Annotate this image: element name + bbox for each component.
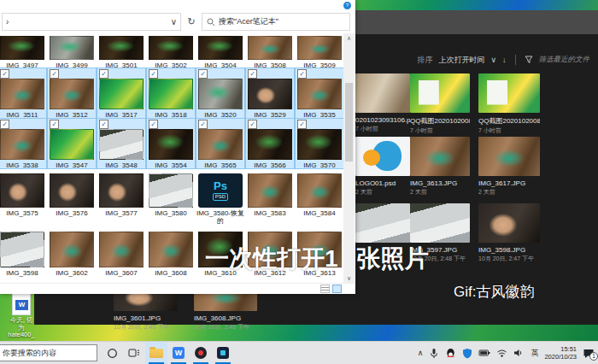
app4-button[interactable]	[212, 342, 234, 364]
file-item[interactable]: IMG_3509	[295, 34, 343, 69]
file-item[interactable]: IMG_3598	[0, 225, 47, 277]
search-box[interactable]: 搜索"Acer笔记本"	[202, 13, 350, 31]
photo-sub-label: 2 天前	[410, 188, 470, 197]
item-checkbox[interactable]: ✓	[149, 120, 158, 129]
file-item[interactable]: IMG_3580	[146, 168, 196, 225]
file-item[interactable]: ✓IMG_3548	[97, 118, 146, 169]
filter-icon[interactable]	[525, 56, 533, 64]
task-view-button[interactable]	[123, 342, 145, 364]
item-checkbox[interactable]: ✓	[99, 120, 108, 129]
file-item[interactable]: IMG_3607	[97, 225, 146, 277]
item-checkbox[interactable]: ✓	[99, 69, 108, 79]
network-icon[interactable]	[496, 348, 507, 358]
file-item[interactable]: PsPSDIMG_3580-恢复的	[196, 168, 245, 225]
scrollbar-thumb[interactable]	[345, 83, 353, 161]
tray-expand-icon[interactable]: ∧	[418, 349, 424, 357]
file-thumbnail	[297, 79, 342, 109]
file-item[interactable]: ✓IMG_3535	[295, 68, 343, 119]
wps-button[interactable]: W	[167, 342, 190, 364]
sort-dropdown-icon[interactable]: ∨	[490, 56, 496, 64]
file-item[interactable]: IMG_3497	[0, 34, 47, 69]
item-checkbox[interactable]: ✓	[248, 69, 257, 79]
item-checkbox[interactable]: ✓	[50, 69, 59, 79]
file-item[interactable]: IMG_3576	[47, 168, 97, 225]
desktop-doc-icon[interactable]: W 今天, 切为 hate400_	[7, 293, 36, 339]
photo-thumbnail	[355, 137, 410, 176]
address-bar[interactable]: › ∨	[2, 13, 181, 31]
file-item[interactable]: ✓IMG_3554	[146, 118, 196, 169]
refresh-button[interactable]: ↻	[185, 13, 198, 31]
speaker-icon[interactable]	[513, 348, 525, 358]
file-item[interactable]: ✓IMG_3565	[196, 118, 245, 169]
sort-value[interactable]: 上次打开时间	[438, 55, 484, 66]
clock[interactable]: 15:51 2020/10/23	[544, 345, 577, 361]
file-item[interactable]: ✓IMG_3566	[245, 118, 295, 169]
item-checkbox[interactable]: ✓	[297, 120, 307, 129]
notification-center-icon[interactable]: 1	[583, 348, 595, 359]
file-label: IMG_3598	[0, 269, 47, 277]
address-dropdown-icon[interactable]: ∨	[171, 17, 177, 26]
file-item[interactable]: ✓IMG_3570	[295, 118, 343, 169]
file-item[interactable]: IMG_3584	[295, 168, 343, 225]
photo-item[interactable]: IMG_3598.JPG10月 20日, 2:47 下午	[478, 203, 540, 263]
file-item[interactable]: ✓IMG_3547	[47, 118, 97, 169]
item-checkbox[interactable]: ✓	[149, 69, 158, 79]
photo-item[interactable]: IMG_3613.JPG2 天前	[410, 137, 470, 197]
file-item[interactable]: IMG_3502	[146, 34, 196, 69]
file-item[interactable]: ✓IMG_3517	[97, 68, 146, 119]
photo-item[interactable]: QQ截图20201020085055..7 小时前	[410, 73, 470, 135]
help-icon[interactable]: ?	[343, 2, 351, 9]
file-item[interactable]: IMG_3583	[245, 168, 295, 225]
file-item[interactable]: IMG_3575	[0, 168, 47, 225]
item-checkbox[interactable]: ✓	[198, 120, 208, 129]
item-checkbox[interactable]: ✓	[0, 120, 9, 129]
file-item[interactable]: ✓IMG_3520	[196, 68, 245, 119]
file-item[interactable]: ✓IMG_3538	[0, 118, 47, 169]
battery-icon[interactable]	[478, 348, 490, 358]
file-item[interactable]: ✓IMG_3518	[146, 68, 196, 119]
input-language-indicator[interactable]: 英	[531, 348, 538, 359]
photoshop-ps-icon: Ps	[214, 180, 227, 191]
photo-item[interactable]: 0201023093106.p..7 小时前	[355, 73, 410, 133]
cortana-button[interactable]	[101, 342, 123, 364]
photo-item[interactable]: IMG_3617.JPG2 天前	[478, 137, 540, 197]
qq-icon[interactable]	[445, 348, 456, 359]
recorder-button[interactable]	[190, 342, 212, 364]
filter-recent-input[interactable]: 筛选最近的文件	[539, 55, 590, 65]
photo-item[interactable]: QQ截图20201020084750.p..7 小时前	[478, 73, 540, 135]
file-label: IMG_3580-恢复的	[196, 209, 245, 225]
search-input[interactable]: 搜索"Acer笔记本"	[219, 16, 278, 27]
file-thumbnail	[198, 79, 243, 109]
photo-item[interactable]	[355, 203, 410, 243]
thumbnail-view-icon[interactable]	[332, 285, 342, 293]
file-explorer-button[interactable]	[145, 342, 167, 364]
file-item[interactable]: IMG_3608	[146, 225, 196, 277]
item-checkbox[interactable]: ✓	[198, 69, 208, 79]
item-checkbox[interactable]: ✓	[297, 69, 307, 79]
scroll-up-icon[interactable]: ∧	[343, 33, 355, 44]
file-item[interactable]: ✓IMG_3512	[47, 68, 97, 119]
photo-label: IMG_3608.JPG	[194, 314, 257, 322]
breadcrumb-chevron-icon[interactable]: ›	[6, 17, 9, 26]
task-view-icon	[128, 348, 140, 358]
file-item[interactable]: IMG_3602	[47, 225, 97, 277]
file-item[interactable]: IMG_3504	[196, 34, 245, 69]
security-shield-icon[interactable]	[462, 348, 472, 359]
file-item[interactable]: IMG_3501	[97, 34, 146, 69]
item-checkbox[interactable]: ✓	[0, 69, 9, 79]
photo-label: 0201023093106.p..	[355, 116, 410, 124]
microphone-icon[interactable]	[429, 348, 439, 359]
file-item[interactable]: IMG_3508	[245, 34, 295, 69]
item-checkbox[interactable]: ✓	[50, 120, 59, 129]
file-item[interactable]: IMG_3577	[97, 168, 146, 225]
photo-thumbnail	[478, 203, 540, 243]
download-arrow-icon[interactable]: ↓	[502, 56, 507, 64]
file-item[interactable]: ✓IMG_3529	[245, 68, 295, 119]
photo-sub-label: 10月 20日, 2:46 下午	[194, 323, 257, 332]
file-item[interactable]: ✓IMG_3511	[0, 68, 47, 119]
photo-item[interactable]: LOGO01.psd2 天前	[355, 137, 410, 197]
file-item[interactable]: IMG_3499	[47, 34, 97, 69]
item-checkbox[interactable]: ✓	[248, 120, 257, 129]
taskbar-search-box[interactable]: 你要搜索的内容	[0, 344, 97, 361]
details-view-icon[interactable]	[320, 285, 330, 293]
